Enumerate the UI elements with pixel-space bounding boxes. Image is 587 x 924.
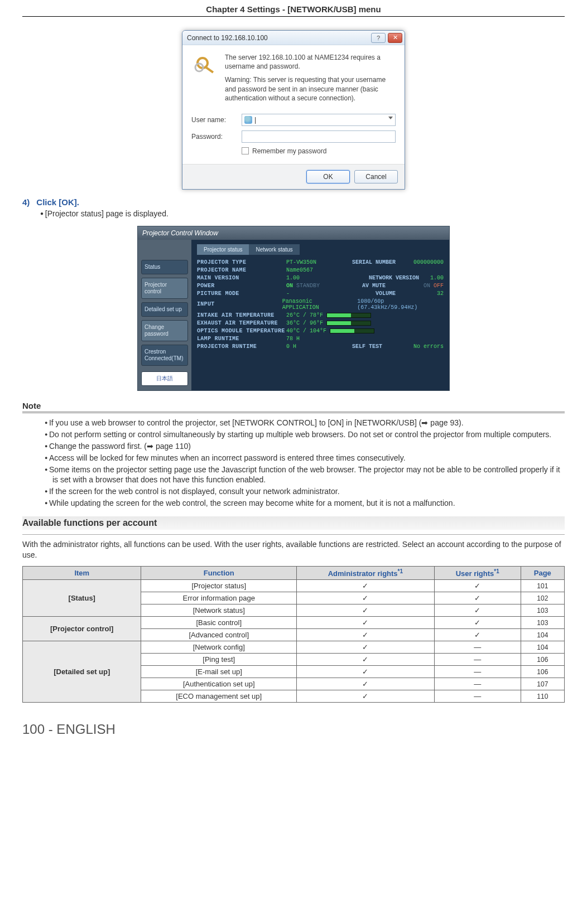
table-page-cell: 101 [521, 580, 564, 592]
notes-list: If you use a web browser to control the … [22, 418, 565, 509]
tab-projector-status[interactable]: Projector status [197, 244, 249, 255]
table-page-cell: 103 [521, 604, 564, 617]
chapter-header: Chapter 4 Settings - [NETWORK/USB] menu [22, 0, 565, 17]
th-page: Page [521, 566, 564, 579]
pcw-status-row: PROJECTOR TYPEPT-VW350NSERIAL NUMBER0000… [197, 259, 444, 265]
th-function: Function [141, 566, 297, 579]
th-item: Item [23, 566, 141, 579]
ok-button[interactable]: OK [306, 170, 350, 183]
table-admin-cell: ✓ [296, 580, 434, 592]
table-item-cell: [Status] [23, 580, 141, 617]
th-admin: Administrator rights*1 [296, 566, 434, 579]
step-line: 4)Click [OK]. [22, 197, 565, 207]
dialog-msg-1: The server 192.168.10.100 at NAME1234 re… [225, 53, 396, 71]
table-user-cell: ✓ [434, 629, 521, 641]
table-function-cell: [Network config] [141, 641, 297, 654]
dialog-titlebar: Connect to 192.168.10.100 ? ✕ [182, 31, 405, 45]
table-function-cell: [ECO management set up] [141, 690, 297, 703]
pcw-status-row: PROJECTOR RUNTIME0 HSELF TESTNo errors [197, 344, 444, 350]
username-label: User name: [191, 116, 242, 124]
table-admin-cell: ✓ [296, 617, 434, 629]
table-item-cell: [Projector control] [23, 617, 141, 641]
close-icon[interactable]: ✕ [388, 33, 402, 43]
pcw-main: Projector status Network status PROJECTO… [191, 240, 449, 390]
note-item: If you use a web browser to control the … [45, 418, 565, 428]
table-function-cell: [E-mail set up] [141, 666, 297, 678]
table-page-cell: 107 [521, 678, 564, 690]
table-admin-cell: ✓ [296, 654, 434, 666]
table-row: [Detailed set up][Network config]✓―104 [23, 641, 565, 654]
dialog-msg-2: Warning: This server is requesting that … [225, 75, 396, 103]
note-item: If the screen for the web control is not… [45, 486, 565, 497]
sidebar-item-japanese[interactable]: 日本語 [141, 371, 188, 386]
table-admin-cell: ✓ [296, 666, 434, 678]
page-number: 100 - ENGLISH [22, 722, 565, 737]
note-item: Do not perform setting or control simult… [45, 429, 565, 440]
cancel-button[interactable]: Cancel [354, 170, 398, 183]
tab-network-status[interactable]: Network status [249, 244, 299, 255]
table-row: [Projector control][Basic control]✓✓103 [23, 617, 565, 629]
table-function-cell: [Ping test] [141, 654, 297, 666]
pcw-status-row: EXHAUST AIR TEMPERATURE36°C / 96°F [197, 320, 444, 326]
table-admin-cell: ✓ [296, 592, 434, 604]
pcw-status-row: INTAKE AIR TEMPERATURE26°C / 78°F [197, 312, 444, 318]
pcw-status-row: MAIN VERSION1.00NETWORK VERSION1.00 [197, 275, 444, 281]
remember-checkbox[interactable] [242, 147, 249, 154]
table-function-cell: [Advanced control] [141, 629, 297, 641]
table-user-cell: ✓ [434, 604, 521, 617]
pcw-status-row: POWERONSTANDBYAV MUTEONOFF [197, 283, 444, 289]
pcw-status-row: INPUTPanasonic APPLICATION1080/60p (67.4… [197, 298, 444, 311]
dialog-messages: The server 192.168.10.100 at NAME1234 re… [225, 53, 396, 107]
table-user-cell: ― [434, 690, 521, 703]
table-admin-cell: ✓ [296, 641, 434, 654]
step-number: 4) [22, 197, 30, 207]
note-item: Some items on the projector setting page… [45, 465, 565, 486]
table-admin-cell: ✓ [296, 629, 434, 641]
password-input[interactable] [242, 130, 396, 143]
table-user-cell: ✓ [434, 617, 521, 629]
username-input[interactable]: | [242, 114, 396, 126]
table-user-cell: ― [434, 666, 521, 678]
table-user-cell: ✓ [434, 580, 521, 592]
sidebar-item-projector-control[interactable]: Projector control [141, 278, 188, 299]
sidebar-item-crestron[interactable]: Crestron Connected(TM) [141, 345, 188, 366]
table-admin-cell: ✓ [296, 604, 434, 617]
table-admin-cell: ✓ [296, 690, 434, 703]
note-header: Note [22, 401, 565, 413]
projector-control-window: Projector Control Window Status Projecto… [137, 226, 450, 391]
available-functions-header: Available functions per account [22, 516, 565, 530]
sidebar-item-change-password[interactable]: Change password [141, 320, 188, 341]
table-function-cell: Error information page [141, 592, 297, 604]
table-item-cell: [Detailed set up] [23, 641, 141, 703]
pcw-status-row: PROJECTOR NAMEName0567 [197, 267, 444, 273]
note-item: Access will be locked for few minutes wh… [45, 453, 565, 463]
th-user: User rights*1 [434, 566, 521, 579]
pcw-status-row: OPTICS MODULE TEMPERATURE40°C / 104°F [197, 328, 444, 334]
table-admin-cell: ✓ [296, 678, 434, 690]
table-page-cell: 110 [521, 690, 564, 703]
table-function-cell: [Authentication set up] [141, 678, 297, 690]
dialog-title: Connect to 192.168.10.100 [187, 34, 371, 42]
password-label: Password: [191, 133, 242, 141]
remember-label: Remember my password [252, 147, 326, 155]
rights-table: Item Function Administrator rights*1 Use… [22, 566, 565, 703]
sidebar-item-detailed-setup[interactable]: Detailed set up [141, 302, 188, 317]
pcw-status-row: LAMP RUNTIME78 H [197, 336, 444, 342]
table-user-cell: ― [434, 641, 521, 654]
table-page-cell: 102 [521, 592, 564, 604]
table-row: [Status][Projector status]✓✓101 [23, 580, 565, 592]
table-page-cell: 103 [521, 617, 564, 629]
help-icon[interactable]: ? [371, 33, 386, 43]
table-user-cell: ✓ [434, 592, 521, 604]
table-function-cell: [Network status] [141, 604, 297, 617]
pcw-sidebar: Status Projector control Detailed set up… [138, 240, 191, 390]
keys-icon [191, 53, 218, 80]
table-page-cell: 106 [521, 654, 564, 666]
chevron-down-icon[interactable] [388, 117, 393, 119]
table-function-cell: [Projector status] [141, 580, 297, 592]
note-item: Change the password first. (➡ page 110) [45, 441, 565, 452]
sidebar-item-status[interactable]: Status [141, 260, 188, 274]
table-function-cell: [Basic control] [141, 617, 297, 629]
note-item: While updating the screen for the web co… [45, 498, 565, 509]
table-page-cell: 104 [521, 641, 564, 654]
